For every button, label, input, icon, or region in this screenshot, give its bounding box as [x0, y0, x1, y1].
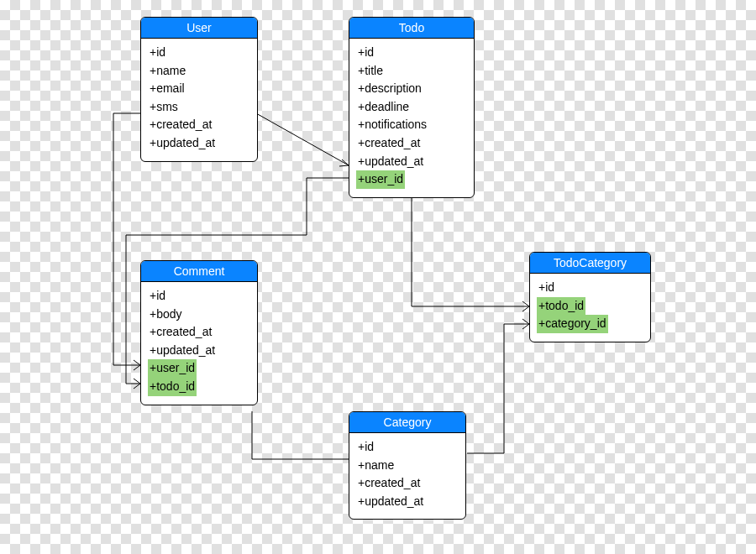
entity-todocategory-attr: +todo_id — [537, 297, 643, 316]
attr-text: +created_at — [148, 116, 213, 134]
entity-comment-attr: +created_at — [148, 323, 250, 342]
attr-text: +name — [148, 62, 187, 81]
attr-text: +user_id — [148, 359, 197, 378]
attr-text: +category_id — [537, 315, 608, 333]
attr-text: +updated_at — [356, 153, 425, 171]
entity-todo-attr: +created_at — [356, 134, 467, 153]
entity-todo-attrs: +id+title+description+deadline+notificat… — [349, 39, 474, 197]
entity-todo-attr: +title — [356, 62, 467, 81]
entity-user: User +id+name+email+sms+created_at+updat… — [140, 17, 258, 162]
entity-todo-attr: +deadline — [356, 98, 467, 117]
attr-text: +notifications — [356, 116, 428, 134]
entity-comment-attr: +user_id — [148, 359, 250, 378]
entity-user-attr: +email — [148, 80, 250, 98]
attr-text: +created_at — [148, 323, 213, 342]
entity-user-header: User — [141, 18, 257, 39]
svg-line-8 — [522, 319, 529, 324]
attr-text: +created_at — [356, 134, 422, 153]
svg-line-7 — [522, 306, 529, 311]
entity-user-attr: +updated_at — [148, 134, 250, 153]
attr-text: +id — [356, 438, 375, 457]
entity-category-attr: +created_at — [356, 474, 459, 493]
entity-user-attr: +id — [148, 44, 250, 62]
entity-todo: Todo +id+title+description+deadline+noti… — [349, 17, 475, 198]
attr-text: +body — [148, 306, 184, 324]
entity-comment-header: Comment — [141, 261, 257, 282]
attr-text: +updated_at — [148, 342, 217, 360]
entity-user-attrs: +id+name+email+sms+created_at+updated_at — [141, 39, 257, 161]
entity-category: Category +id+name+created_at+updated_at — [349, 411, 466, 520]
entity-todo-attr: +notifications — [356, 116, 467, 134]
attr-text: +updated_at — [356, 493, 425, 511]
attr-text: +todo_id — [148, 378, 197, 396]
entity-todocategory: TodoCategory +id+todo_id+category_id — [529, 252, 651, 342]
attr-text: +updated_at — [148, 134, 217, 153]
entity-comment-attr: +updated_at — [148, 342, 250, 360]
svg-line-2 — [134, 360, 140, 365]
entity-comment-attr: +body — [148, 306, 250, 324]
attr-text: +description — [356, 80, 423, 98]
attr-text: +created_at — [356, 474, 422, 493]
entity-todo-attr: +description — [356, 80, 467, 98]
attr-text: +user_id — [356, 170, 405, 189]
entity-user-attr: +name — [148, 62, 250, 81]
svg-line-9 — [522, 324, 529, 329]
entity-todocategory-header: TodoCategory — [530, 253, 650, 274]
svg-line-1 — [339, 165, 349, 166]
entity-category-attr: +name — [356, 457, 459, 475]
entity-category-attr: +id — [356, 438, 459, 457]
entity-todo-header: Todo — [349, 18, 474, 39]
entity-todo-attr: +id — [356, 44, 467, 62]
attr-text: +id — [356, 44, 375, 62]
entity-todocategory-attr: +category_id — [537, 315, 643, 333]
entity-comment: Comment +id+body+created_at+updated_at+u… — [140, 260, 258, 405]
entity-user-attr: +sms — [148, 98, 250, 117]
entity-comment-attr: +id — [148, 287, 250, 306]
attr-text: +email — [148, 80, 186, 98]
entity-category-header: Category — [349, 412, 465, 433]
attr-text: +todo_id — [537, 297, 585, 316]
attr-text: +deadline — [356, 98, 411, 117]
attr-text: +sms — [148, 98, 180, 117]
entity-category-attr: +updated_at — [356, 493, 459, 511]
attr-text: +id — [537, 279, 556, 297]
attr-text: +id — [148, 44, 167, 62]
attr-text: +id — [148, 287, 167, 306]
entity-todo-attr: +user_id — [356, 170, 467, 189]
svg-line-6 — [522, 301, 529, 306]
attr-text: +name — [356, 457, 396, 475]
entity-todocategory-attr: +id — [537, 279, 643, 297]
svg-line-5 — [134, 384, 140, 389]
entity-user-attr: +created_at — [148, 116, 250, 134]
entity-category-attrs: +id+name+created_at+updated_at — [349, 433, 465, 519]
entity-comment-attrs: +id+body+created_at+updated_at+user_id+t… — [141, 282, 257, 405]
attr-text: +title — [356, 62, 385, 81]
entity-todocategory-attrs: +id+todo_id+category_id — [530, 274, 650, 342]
svg-line-0 — [342, 159, 349, 165]
entity-todo-attr: +updated_at — [356, 153, 467, 171]
svg-line-4 — [134, 379, 140, 384]
entity-comment-attr: +todo_id — [148, 378, 250, 396]
svg-line-3 — [134, 365, 140, 370]
